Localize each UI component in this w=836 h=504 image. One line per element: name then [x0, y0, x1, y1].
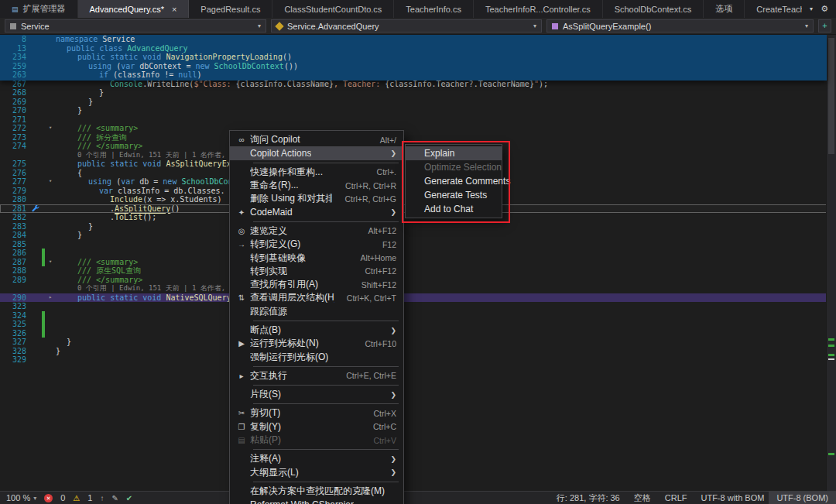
menu-item-速览定义[interactable]: ◎速览定义Alt+F12 [230, 225, 403, 238]
submenu-item-Generate-Comments[interactable]: Generate Comments [406, 174, 502, 188]
line-number[interactable]: 290 [0, 293, 29, 303]
code-line[interactable]: 285 [0, 240, 827, 249]
line-number[interactable]: 267 [0, 80, 29, 89]
menu-item-注释-A-[interactable]: 注释(A)❯ [230, 452, 403, 465]
code-line[interactable]: 268} [0, 88, 827, 98]
submenu-item-Generate-Tests[interactable]: Generate Tests [406, 188, 502, 202]
submenu-item-Explain[interactable]: Explain [406, 146, 502, 160]
zoom-selector[interactable]: 100 % ▾ [6, 493, 36, 502]
submenu-item-Optimize-Selection[interactable]: Optimize Selection [406, 160, 502, 174]
menu-item-快速操作和重构-[interactable]: 快速操作和重构...Ctrl+. [230, 166, 403, 179]
scrollbar-thumb[interactable] [828, 38, 834, 154]
code-line[interactable]: 326 [0, 329, 827, 338]
submenu-item-Add-to-Chat[interactable]: Add to Chat [406, 202, 502, 216]
type-dropdown[interactable]: Service.AdvancedQuery▾ [271, 19, 542, 33]
status-segment[interactable]: CRLF [665, 493, 687, 502]
status-segment[interactable]: 空格 [634, 492, 651, 504]
menu-item-运行到光标处-N-[interactable]: ▶运行到光标处(N)Ctrl+F10 [230, 337, 403, 350]
warning-icon[interactable]: ⚠ [73, 494, 80, 502]
code-line[interactable]: 328} [0, 347, 827, 356]
codelens-row[interactable]: 0 个引用 | Edwin, 151 天前 | 1 名作者, 1 项更改 [0, 284, 827, 293]
line-number[interactable]: 323 [0, 302, 29, 311]
code-line[interactable]: 284} [0, 231, 827, 240]
code-line[interactable]: 8namespace Service [0, 35, 827, 44]
line-number[interactable]: 324 [0, 311, 29, 321]
code-line[interactable]: 329 [0, 355, 827, 365]
menu-item-Copilot-Actions[interactable]: Copilot Actions❯ [230, 146, 403, 159]
menu-item-强制运行到光标-O-[interactable]: 强制运行到光标(O) [230, 350, 403, 363]
line-number[interactable]: 273 [0, 133, 29, 142]
error-count[interactable]: 0 [60, 493, 65, 502]
menu-item-断点-B-[interactable]: 断点(B)❯ [230, 324, 403, 337]
fold-open-icon[interactable]: ▾ [45, 258, 56, 267]
gear-icon[interactable]: ⚙ [821, 4, 828, 14]
code-line[interactable]: 283} [0, 222, 827, 231]
line-number[interactable] [0, 151, 29, 160]
line-number[interactable]: 234 [0, 53, 29, 62]
line-number[interactable]: 289 [0, 276, 29, 285]
tab-AdvancedQuery-cs-[interactable]: AdvancedQuery.cs*× [78, 0, 190, 18]
code-line[interactable]: 323 [0, 302, 827, 311]
line-number[interactable]: 328 [0, 347, 29, 356]
menu-item-片段-S-[interactable]: 片段(S)❯ [230, 388, 403, 401]
warning-count[interactable]: 1 [87, 493, 92, 502]
tab-TeacherInfo-cs[interactable]: TeacherInfo.cs [394, 0, 474, 18]
code-line[interactable]: 324 [0, 311, 827, 321]
tab-TeacherInfoR-Controller-cs[interactable]: TeacherInfoR...Controller.cs [474, 0, 603, 18]
quick-actions-icon[interactable] [29, 204, 42, 214]
status-segment[interactable]: 行: 281, 字符: 36 [557, 492, 620, 504]
vertical-scrollbar[interactable] [826, 35, 836, 491]
line-number[interactable] [0, 284, 29, 293]
code-line[interactable]: 267Console.WriteLine($"Class: {classInfo… [0, 80, 827, 89]
code-line[interactable]: 327} [0, 338, 827, 347]
menu-item-粘贴-P-[interactable]: ▤粘贴(P)Ctrl+V [230, 434, 403, 447]
code-line[interactable]: 272▾/// <summary> [0, 124, 827, 133]
menu-item-重命名-R-[interactable]: 重命名(R)...Ctrl+R, Ctrl+R [230, 179, 403, 192]
line-number[interactable]: 325 [0, 320, 29, 329]
fold-open-icon[interactable]: ▾ [45, 124, 56, 133]
tab-ClassStudentCountDto-cs[interactable]: ClassStudentCountDto.cs [272, 0, 394, 18]
line-number[interactable]: 329 [0, 355, 29, 365]
code-editor[interactable]: 267Console.WriteLine($"Class: {classInfo… [0, 35, 836, 491]
error-icon[interactable]: ✕ [44, 494, 53, 502]
line-number[interactable]: 286 [0, 249, 29, 258]
project-dropdown[interactable]: Service▾ [5, 19, 266, 33]
menu-item-询问-Copilot[interactable]: ∞询问 CopilotAlt+/ [230, 133, 403, 146]
line-number[interactable]: 271 [0, 115, 29, 125]
tab-选项[interactable]: 选项 [704, 0, 745, 18]
line-number[interactable]: 13 [0, 44, 29, 53]
line-number[interactable]: 259 [0, 62, 29, 71]
tab-SchoolDbContext-cs[interactable]: SchoolDbContext.cs [603, 0, 704, 18]
line-number[interactable]: 283 [0, 222, 29, 231]
menu-item-删除-Using-和对其排序-E-[interactable]: 删除 Using 和对其排序(E)Ctrl+R, Ctrl+G [230, 192, 403, 205]
code-line[interactable]: 263if (classInfo != null) [0, 70, 827, 80]
line-number[interactable]: 8 [0, 35, 29, 44]
sticky-scroll[interactable]: 8namespace Service13public class Advance… [0, 35, 827, 81]
menu-item-转到实现[interactable]: 转到实现Ctrl+F12 [230, 265, 403, 278]
line-number[interactable]: 285 [0, 240, 29, 249]
code-line[interactable]: 289/// </summary> [0, 276, 827, 285]
member-dropdown[interactable]: AsSplitQueryExample()▾ [546, 19, 814, 33]
line-number[interactable]: 287 [0, 258, 29, 267]
line-number[interactable]: 263 [0, 70, 29, 80]
menu-item-交互执行[interactable]: ▸交互执行Ctrl+E, Ctrl+E [230, 369, 403, 382]
line-number[interactable]: 327 [0, 338, 29, 347]
tab-扩展管理器[interactable]: ▤扩展管理器 [0, 0, 78, 18]
status-segment[interactable]: UTF-8 with BOM [701, 493, 764, 502]
tab-CreateTeacherRequest-cs[interactable]: CreateTeacherRequest.cs [745, 0, 802, 18]
line-number[interactable]: 274 [0, 142, 29, 151]
line-number[interactable]: 281 [0, 204, 29, 214]
encoding-badge[interactable]: UTF-8 (BOM) [769, 492, 836, 504]
line-number[interactable]: 268 [0, 88, 29, 98]
menu-item-复制-Y-[interactable]: ❐复制(Y)Ctrl+C [230, 420, 403, 434]
menu-item-转到定义-G-[interactable]: →转到定义(G)F12 [230, 238, 403, 251]
code-line[interactable]: 259using (var dbContext = new SchoolDbCo… [0, 62, 827, 71]
split-editor-button[interactable]: + [818, 19, 831, 33]
code-line[interactable]: 286 [0, 249, 827, 258]
code-line[interactable]: 234public static void NavigationProperty… [0, 53, 827, 62]
menu-item-在解决方案中查找匹配的克隆-M-[interactable]: 在解决方案中查找匹配的克隆(M) [230, 485, 403, 498]
menu-item-CodeMaid[interactable]: ✦CodeMaid❯ [230, 205, 403, 218]
code-line[interactable]: 290▸public static void NativeSQLQuery() [0, 293, 827, 303]
line-number[interactable]: 279 [0, 187, 29, 196]
menu-item-大纲显示-L-[interactable]: 大纲显示(L)❯ [230, 466, 403, 479]
